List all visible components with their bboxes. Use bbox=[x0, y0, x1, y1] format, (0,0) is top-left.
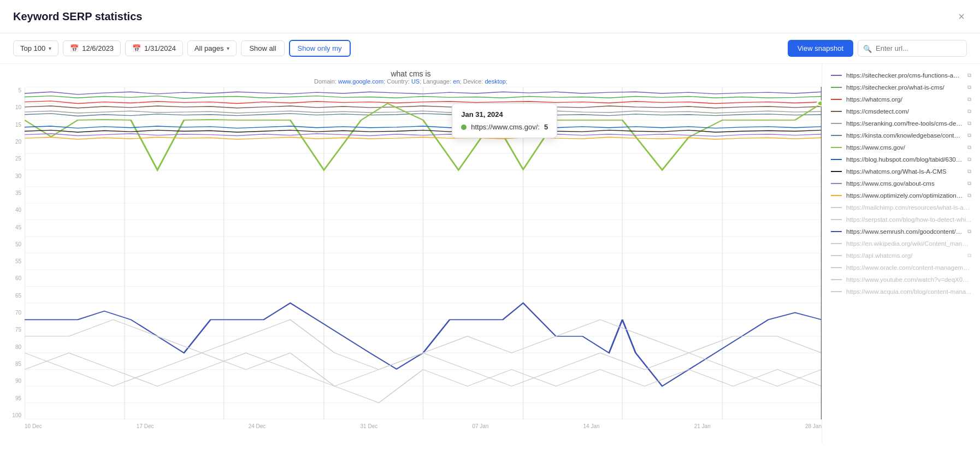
calendar-icon: 📅 bbox=[132, 44, 141, 52]
show-only-my-button[interactable]: Show only my bbox=[289, 40, 351, 57]
legend-line bbox=[831, 99, 842, 100]
legend-url: https://seranking.com/free-tools/cms-det… bbox=[846, 120, 963, 127]
chart-meta: Domain: www.google.com; Country: US; Lan… bbox=[0, 78, 822, 85]
legend-line bbox=[831, 183, 842, 184]
external-link-icon[interactable]: ⧉ bbox=[967, 84, 971, 91]
external-link-icon[interactable]: ⧉ bbox=[967, 228, 971, 235]
svg-point-32 bbox=[817, 101, 822, 106]
toolbar-right: View snapshot 🔍 bbox=[788, 40, 967, 57]
external-link-icon[interactable]: ⧉ bbox=[967, 108, 971, 115]
x-label-jan28: 28 Jan bbox=[805, 423, 822, 429]
view-snapshot-button[interactable]: View snapshot bbox=[788, 40, 853, 57]
external-link-icon[interactable]: ⧉ bbox=[967, 180, 971, 187]
external-link-icon[interactable]: ⧉ bbox=[967, 120, 971, 127]
domain-label: Domain: bbox=[314, 78, 338, 85]
legend-item[interactable]: https://serpstat.com/blog/how-to-detect-… bbox=[822, 214, 980, 226]
legend-line bbox=[831, 75, 842, 76]
legend-item[interactable]: https://cmsdetect.com/ ⧉ bbox=[822, 105, 980, 117]
date-from-picker[interactable]: 📅 12/6/2023 bbox=[63, 40, 121, 56]
legend-item[interactable]: https://seranking.com/free-tools/cms-det… bbox=[822, 117, 980, 129]
legend-item[interactable]: https://www.acquia.com/blog/content-mana… bbox=[822, 286, 980, 298]
chart-with-axes: 5 10 15 20 25 30 35 40 45 50 55 60 65 70… bbox=[0, 87, 822, 433]
legend-item[interactable]: https://en.wikipedia.org/wiki/Content_ma… bbox=[822, 238, 980, 250]
calendar-icon: 📅 bbox=[70, 44, 79, 52]
legend-url: https://www.acquia.com/blog/content-mana… bbox=[846, 288, 971, 295]
toolbar-left: Top 100 ▾ 📅 12/6/2023 📅 1/31/2024 All pa… bbox=[13, 40, 783, 57]
chart-title-area: what cms is Domain: www.google.com; Coun… bbox=[0, 64, 822, 87]
legend-item[interactable]: https://www.cms.gov/about-cms ⧉ bbox=[822, 177, 980, 190]
x-label-jan07: 07 Jan bbox=[472, 423, 488, 429]
all-pages-dropdown[interactable]: All pages ▾ bbox=[187, 40, 237, 56]
external-link-icon[interactable]: ⧉ bbox=[967, 72, 971, 79]
legend-line bbox=[831, 207, 842, 208]
legend-url: https://whatcms.org/What-Is-A-CMS bbox=[846, 168, 963, 175]
external-link-icon[interactable]: ⧉ bbox=[967, 156, 971, 163]
legend-url: https://blog.hubspot.com/blog/tabid/6307… bbox=[846, 156, 963, 163]
domain-value: www.google.com bbox=[338, 78, 383, 85]
external-link-icon[interactable]: ⧉ bbox=[967, 168, 971, 175]
legend-url: https://en.wikipedia.org/wiki/Content_ma… bbox=[846, 240, 971, 247]
legend-url: https://api.whatcms.org/ bbox=[846, 252, 963, 259]
chart-main: what cms is Domain: www.google.com; Coun… bbox=[0, 64, 822, 443]
legend-line bbox=[831, 255, 842, 256]
external-link-icon[interactable]: ⧉ bbox=[967, 144, 971, 151]
chevron-down-icon: ▾ bbox=[49, 45, 51, 51]
legend-line bbox=[831, 291, 842, 292]
legend-item[interactable]: https://api.whatcms.org/ ⧉ bbox=[822, 250, 980, 262]
legend-item[interactable]: https://www.cms.gov/ ⧉ bbox=[822, 141, 980, 153]
external-link-icon[interactable]: ⧉ bbox=[967, 132, 971, 139]
legend-item[interactable]: https://www.oracle.com/content-manageme.… bbox=[822, 262, 980, 274]
y-axis: 5 10 15 20 25 30 35 40 45 50 55 60 65 70… bbox=[0, 87, 25, 419]
toolbar: Top 100 ▾ 📅 12/6/2023 📅 1/31/2024 All pa… bbox=[0, 33, 980, 64]
external-link-icon[interactable]: ⧉ bbox=[967, 192, 971, 199]
legend-item[interactable]: https://blog.hubspot.com/blog/tabid/6307… bbox=[822, 153, 980, 165]
legend-item[interactable]: https://www.youtube.com/watch?v=deqX0g..… bbox=[822, 274, 980, 286]
legend-url: https://sitechecker.pro/cms-functions-an… bbox=[846, 72, 963, 79]
legend-url: https://sitechecker.pro/what-is-cms/ bbox=[846, 84, 963, 91]
legend-url: https://serpstat.com/blog/how-to-detect-… bbox=[846, 216, 971, 223]
legend-item[interactable]: https://whatcms.org/ ⧉ bbox=[822, 93, 980, 105]
legend-item[interactable]: https://mailchimp.com/resources/what-is-… bbox=[822, 202, 980, 214]
x-label-dec31: 31 Dec bbox=[361, 423, 378, 429]
legend-item[interactable]: https://sitechecker.pro/cms-functions-an… bbox=[822, 69, 980, 81]
external-link-icon[interactable]: ⧉ bbox=[967, 96, 971, 103]
legend-item[interactable]: https://whatcms.org/What-Is-A-CMS ⧉ bbox=[822, 165, 980, 177]
modal-title: Keyword SERP statistics bbox=[13, 10, 142, 23]
legend-line bbox=[831, 135, 842, 136]
search-icon: 🔍 bbox=[863, 44, 872, 52]
close-button[interactable]: × bbox=[956, 9, 967, 24]
url-search-wrapper: 🔍 bbox=[858, 40, 967, 57]
legend-url: https://whatcms.org/ bbox=[846, 96, 963, 103]
legend-item[interactable]: https://sitechecker.pro/what-is-cms/ ⧉ bbox=[822, 81, 980, 93]
legend-line bbox=[831, 195, 842, 196]
legend-line bbox=[831, 123, 842, 124]
url-search-input[interactable] bbox=[858, 40, 967, 57]
top-100-dropdown[interactable]: Top 100 ▾ bbox=[13, 40, 58, 56]
legend-url: https://www.cms.gov/about-cms bbox=[846, 180, 963, 187]
legend-url: https://cmsdetect.com/ bbox=[846, 108, 963, 115]
legend-line bbox=[831, 267, 842, 268]
legend-line bbox=[831, 243, 842, 244]
external-link-icon[interactable]: ⧉ bbox=[967, 252, 971, 259]
legend-url: https://www.optimizely.com/optimization-… bbox=[846, 192, 963, 199]
legend-line bbox=[831, 219, 842, 220]
legend-item[interactable]: https://www.semrush.com/goodcontent/cont… bbox=[822, 226, 980, 238]
x-axis: 10 Dec 17 Dec 24 Dec 31 Dec 07 Jan 14 Ja… bbox=[25, 419, 822, 433]
legend-line bbox=[831, 231, 842, 232]
legend-line bbox=[831, 111, 842, 112]
chevron-down-icon: ▾ bbox=[227, 45, 229, 51]
legend-item[interactable]: https://www.optimizely.com/optimization-… bbox=[822, 190, 980, 202]
chart-area: what cms is Domain: www.google.com; Coun… bbox=[0, 64, 980, 443]
legend-url: https://kinsta.com/knowledgebase/content… bbox=[846, 132, 963, 139]
legend-url: https://www.cms.gov/ bbox=[846, 144, 963, 151]
x-label-dec24: 24 Dec bbox=[249, 423, 266, 429]
chart-keyword: what cms is bbox=[0, 69, 822, 78]
show-all-button[interactable]: Show all bbox=[241, 40, 284, 56]
modal-header: Keyword SERP statistics × bbox=[0, 0, 980, 33]
legend-line bbox=[831, 279, 842, 280]
legend-line bbox=[831, 159, 842, 160]
date-to-picker[interactable]: 📅 1/31/2024 bbox=[125, 40, 183, 56]
x-label-dec10: 10 Dec bbox=[25, 423, 42, 429]
legend-item[interactable]: https://kinsta.com/knowledgebase/content… bbox=[822, 129, 980, 141]
legend-panel: https://sitechecker.pro/cms-functions-an… bbox=[822, 64, 980, 443]
